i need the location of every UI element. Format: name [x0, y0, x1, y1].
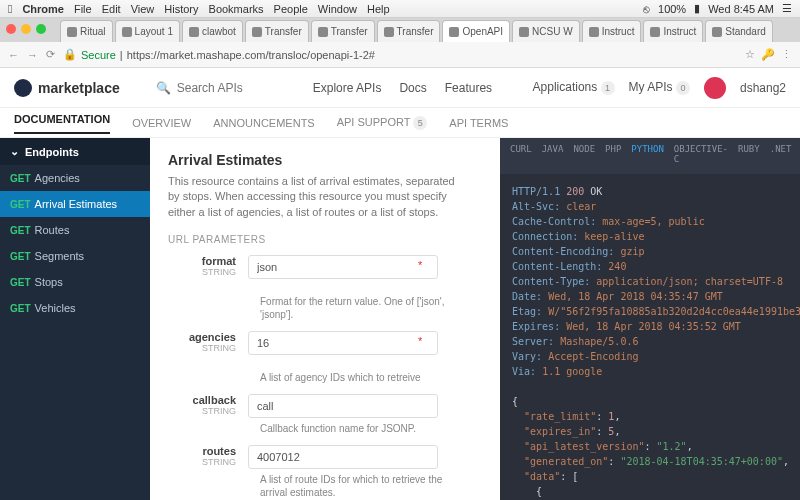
section-label: URL PARAMETERS [168, 234, 482, 245]
tab-api-support[interactable]: API SUPPORT 5 [337, 116, 428, 130]
nav-docs[interactable]: Docs [399, 81, 426, 95]
http-method: GET [10, 303, 31, 314]
reload-button[interactable]: ⟳ [46, 48, 55, 61]
mac-menu-item[interactable]: Edit [102, 3, 121, 15]
key-icon[interactable]: 🔑 [761, 48, 775, 61]
tab-announcements[interactable]: ANNOUNCEMENTS [213, 117, 314, 129]
window-controls[interactable] [6, 24, 46, 34]
battery-icon: ▮ [694, 2, 700, 15]
mac-menu-item[interactable]: Bookmarks [209, 3, 264, 15]
subnav: DOCUMENTATION OVERVIEW ANNOUNCEMENTS API… [0, 108, 800, 138]
secure-label: Secure [81, 49, 116, 61]
http-method: GET [10, 173, 31, 184]
sidebar-item-label: Vehicles [35, 302, 76, 314]
param-name: agencies [168, 331, 236, 343]
param-help: Format for the return value. One of ['js… [260, 295, 460, 321]
lang-tab-node[interactable]: NODE [573, 144, 595, 168]
browser-tab[interactable]: Transfer [245, 20, 309, 42]
username[interactable]: dshang2 [740, 81, 786, 95]
tab-overview[interactable]: OVERVIEW [132, 117, 191, 129]
browser-tab[interactable]: Instruct [582, 20, 642, 42]
sidebar-item-vehicles[interactable]: GETVehicles [0, 295, 150, 321]
spotlight-icon: ☰ [782, 2, 792, 15]
param-help: Callback function name for JSONP. [260, 422, 460, 435]
mac-menubar:  Chrome File Edit View History Bookmark… [0, 0, 800, 18]
sidebar-header[interactable]: ⌄Endpoints [0, 138, 150, 165]
lang-tab-objective-c[interactable]: OBJECTIVE-C [674, 144, 728, 168]
forward-button[interactable]: → [27, 49, 38, 61]
avatar[interactable] [704, 77, 726, 99]
nav-applications[interactable]: Applications 1 [533, 80, 615, 95]
param-row: callbackSTRING [168, 394, 482, 418]
http-method: GET [10, 225, 31, 236]
http-method: GET [10, 251, 31, 262]
search-icon[interactable]: 🔍 [156, 81, 171, 95]
mac-menu-item[interactable]: Window [318, 3, 357, 15]
param-input-callback[interactable] [248, 394, 438, 418]
lock-icon: 🔒 [63, 48, 77, 61]
mac-menu-item[interactable]: File [74, 3, 92, 15]
browser-tab[interactable]: Transfer [311, 20, 375, 42]
sidebar-item-label: Agencies [35, 172, 80, 184]
nav-explore[interactable]: Explore APIs [313, 81, 382, 95]
param-name: routes [168, 445, 236, 457]
nav-my-apis[interactable]: My APIs 0 [629, 80, 690, 95]
sidebar-item-routes[interactable]: GETRoutes [0, 217, 150, 243]
param-input-agencies[interactable] [248, 331, 438, 355]
language-tabs: CURLJAVANODEPHPPYTHONOBJECTIVE-CRUBY.NET… [500, 138, 800, 174]
param-input-routes[interactable] [248, 445, 438, 469]
browser-tab[interactable]: NCSU W [512, 20, 580, 42]
address-bar[interactable]: 🔒 Secure | https://market.mashape.com/tr… [63, 48, 737, 61]
back-button[interactable]: ← [8, 49, 19, 61]
lang-tab-python[interactable]: PYTHON [631, 144, 664, 168]
param-type: STRING [168, 267, 236, 277]
logo-mark-icon [14, 79, 32, 97]
code-body: HTTP/1.1 200 OK Alt-Svc: clear Cache-Con… [500, 174, 800, 500]
param-input-format[interactable] [248, 255, 438, 279]
tab-api-terms[interactable]: API TERMS [449, 117, 508, 129]
logo[interactable]: marketplace [14, 79, 120, 97]
mac-app-name: Chrome [22, 3, 64, 15]
lang-tab-curl[interactable]: CURL [510, 144, 532, 168]
code-panel: CURLJAVANODEPHPPYTHONOBJECTIVE-CRUBY.NET… [500, 138, 800, 500]
param-help: A list of route IDs for which to retriev… [260, 473, 460, 499]
mac-menu-item[interactable]: People [274, 3, 308, 15]
http-method: GET [10, 199, 31, 210]
param-row: formatSTRING* [168, 255, 482, 291]
browser-tab[interactable]: Instruct [643, 20, 703, 42]
param-type: STRING [168, 457, 236, 467]
tab-documentation[interactable]: DOCUMENTATION [14, 113, 110, 134]
search-input[interactable] [177, 81, 277, 95]
lang-tab-ruby[interactable]: RUBY [738, 144, 760, 168]
chevron-down-icon: ⌄ [10, 145, 19, 158]
url-text: https://market.mashape.com/transloc/open… [127, 49, 375, 61]
nav-features[interactable]: Features [445, 81, 492, 95]
sidebar-item-agencies[interactable]: GETAgencies [0, 165, 150, 191]
clock: Wed 8:45 AM [708, 3, 774, 15]
battery-pct: 100% [658, 3, 686, 15]
mac-menu-item[interactable]: History [164, 3, 198, 15]
param-type: STRING [168, 343, 236, 353]
required-icon: * [418, 259, 500, 271]
sidebar-item-label: Routes [35, 224, 70, 236]
browser-tab[interactable]: Layout 1 [115, 20, 180, 42]
browser-tab[interactable]: Transfer [377, 20, 441, 42]
lang-tab-java[interactable]: JAVA [542, 144, 564, 168]
mac-menu-item[interactable]: View [131, 3, 155, 15]
lang-tab-php[interactable]: PHP [605, 144, 621, 168]
required-icon: * [418, 335, 500, 347]
browser-tab[interactable]: clawbot [182, 20, 243, 42]
browser-tab[interactable]: Standard [705, 20, 773, 42]
browser-tab[interactable]: Ritual [60, 20, 113, 42]
browser-tab-active[interactable]: OpenAPI [442, 20, 510, 42]
param-row: agenciesSTRING* [168, 331, 482, 367]
menu-icon[interactable]: ⋮ [781, 48, 792, 61]
site-header: marketplace 🔍 Explore APIs Docs Features… [0, 68, 800, 108]
sidebar-item-segments[interactable]: GETSegments [0, 243, 150, 269]
lang-tab--net[interactable]: .NET [770, 144, 792, 168]
star-icon[interactable]: ☆ [745, 48, 755, 61]
sidebar-item-stops[interactable]: GETStops [0, 269, 150, 295]
mac-menu-item[interactable]: Help [367, 3, 390, 15]
browser-tabbar: Ritual Layout 1 clawbot Transfer Transfe… [0, 18, 800, 42]
sidebar-item-arrival-estimates[interactable]: GETArrival Estimates [0, 191, 150, 217]
